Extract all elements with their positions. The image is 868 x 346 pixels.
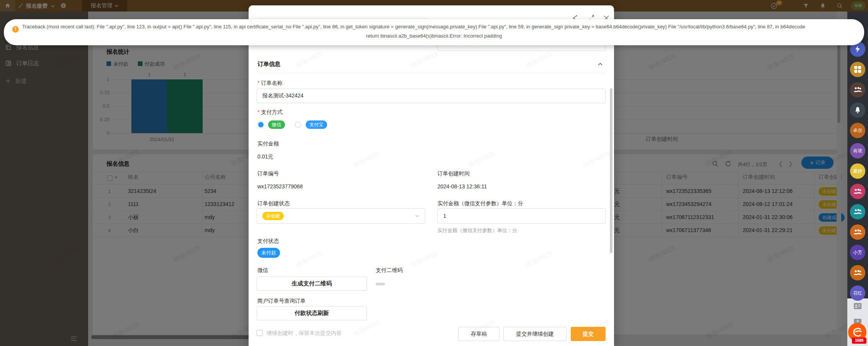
watermark-text: 徐衡/4925 bbox=[581, 149, 612, 170]
collaborator-avatar-卓尔[interactable]: 卓尔 bbox=[850, 123, 865, 138]
watermark-text: 徐衡/4925 bbox=[581, 318, 612, 338]
1688-badge: 1688 bbox=[852, 338, 866, 344]
warning-icon: ! bbox=[12, 26, 19, 33]
watermark-text: 徐衡/4925 bbox=[467, 149, 497, 170]
watermark-text: 徐衡/4925 bbox=[352, 318, 382, 338]
modal-watermark-layer: 徐衡/4925徐衡/4925徐衡/4925徐衡/4925徐衡/4925徐衡/49… bbox=[249, 5, 614, 346]
group-avatar-people-icon[interactable] bbox=[850, 82, 865, 97]
group-avatar-people-icon[interactable] bbox=[850, 265, 865, 280]
watermark-text: 徐衡/4925 bbox=[524, 49, 554, 70]
watermark-text: 徐衡/4925 bbox=[409, 49, 439, 70]
watermark-text: 徐衡/4925 bbox=[467, 318, 497, 338]
order-dialog: 订单信息 *订单名称 报名测试-342424 *支付方式 微信 支付宝 实付金额… bbox=[249, 5, 614, 346]
error-text-line1: Traceback (most recent call last): File … bbox=[22, 24, 861, 30]
group-avatar-people-icon[interactable] bbox=[850, 204, 865, 219]
group-avatar-people-icon[interactable] bbox=[850, 224, 865, 240]
collaborator-avatar-肖琥[interactable]: 肖琥 bbox=[850, 143, 865, 158]
right-avatar-strip: 卓尔肖琥夏婷小芳召红 bbox=[847, 12, 868, 346]
group-avatar-people-icon[interactable] bbox=[850, 184, 865, 199]
watermark-text: 徐衡/4925 bbox=[294, 49, 324, 70]
watermark-text: 徐衡/4925 bbox=[352, 149, 382, 170]
watermark-text: 徐衡/4925 bbox=[409, 249, 439, 269]
screen: 报名缴费 i 报名管理 30 徐衡 bbox=[0, 0, 868, 346]
collaborator-avatar-小芳[interactable]: 小芳 bbox=[850, 245, 865, 260]
error-text-line2: return binascii.a2b_base64(s)binascii.Er… bbox=[4, 33, 864, 39]
error-toast: ! Traceback (most recent call last): Fil… bbox=[4, 19, 864, 45]
group-avatar-bell-icon[interactable] bbox=[850, 102, 865, 118]
watermark-text: 徐衡/4925 bbox=[524, 249, 554, 269]
contact-card-icon[interactable] bbox=[854, 303, 861, 311]
collaborator-avatar-夏婷[interactable]: 夏婷 bbox=[850, 163, 865, 179]
collaborator-avatar-召红[interactable]: 召红 bbox=[850, 285, 865, 301]
watermark-text: 徐衡/4925 bbox=[294, 249, 324, 269]
group-avatar-grid-icon[interactable] bbox=[850, 62, 865, 77]
